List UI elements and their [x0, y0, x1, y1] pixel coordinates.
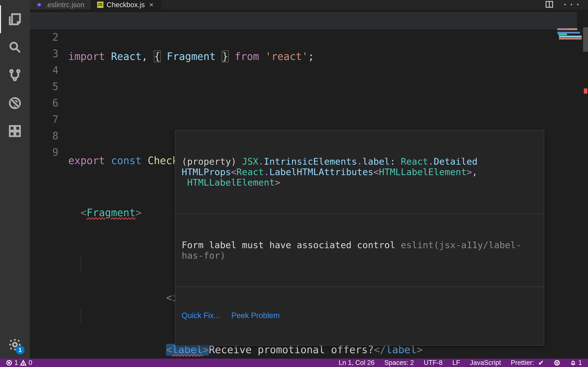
peek-problem-link[interactable]: Peek Problem: [231, 311, 280, 320]
line-number: 1: [30, 13, 68, 29]
js-icon: JS: [97, 1, 104, 8]
line-number: 9: [30, 144, 68, 160]
code-line: [68, 100, 588, 117]
settings-gear-icon[interactable]: 1: [0, 331, 30, 359]
tab-checkbox-js[interactable]: JS Checkbox.js ×: [91, 0, 161, 9]
status-prettier[interactable]: Prettier: ✔: [509, 359, 546, 367]
bell-icon: [570, 360, 576, 366]
svg-rect-8: [15, 132, 20, 136]
debug-disabled-icon[interactable]: [0, 89, 30, 117]
tab-label: Checkbox.js: [107, 1, 145, 9]
eslint-icon: [36, 1, 42, 8]
editor-tab-bar: .eslintrc.json JS Checkbox.js × ···: [30, 0, 588, 9]
line-number: 7: [30, 111, 68, 128]
search-icon[interactable]: [0, 33, 30, 61]
source-control-icon[interactable]: [0, 61, 30, 89]
line-number: 3: [30, 45, 68, 62]
svg-point-1: [10, 70, 13, 72]
status-feedback[interactable]: [552, 360, 562, 366]
hover-actions: Quick Fix... Peek Problem: [175, 308, 544, 324]
status-problems[interactable]: 1 0: [4, 359, 34, 367]
warning-icon: [20, 360, 26, 366]
close-icon[interactable]: ×: [148, 1, 155, 9]
status-notifications[interactable]: 1: [568, 359, 584, 367]
hover-type-info: (property) JSX.IntrinsicElements.label: …: [175, 151, 544, 192]
smiley-icon: [554, 360, 560, 366]
explorer-icon[interactable]: [0, 5, 30, 33]
quick-fix-link[interactable]: Quick Fix...: [182, 311, 220, 320]
line-number: 6: [30, 95, 68, 111]
code-line: import React, { Fragment } from 'react';: [68, 48, 588, 65]
status-encoding[interactable]: UTF-8: [422, 359, 444, 367]
svg-rect-7: [10, 132, 14, 136]
svg-point-17: [556, 362, 556, 362]
status-eol[interactable]: LF: [451, 359, 462, 367]
svg-rect-9: [15, 126, 20, 131]
settings-badge: 1: [16, 346, 25, 354]
line-number: 8: [30, 128, 68, 144]
code-content: import React, { Fragment } from 'react';…: [68, 9, 588, 359]
svg-point-5: [15, 106, 15, 106]
hover-widget: (property) JSX.IntrinsicElements.label: …: [175, 130, 544, 346]
hover-problem-message: Form label must have associated control …: [175, 235, 544, 266]
code-editor[interactable]: 1 2 3 4 5 6 7 8 9 import React, { Fragme…: [30, 9, 588, 359]
status-indentation[interactable]: Spaces: 2: [382, 359, 416, 367]
tab-eslintrc[interactable]: .eslintrc.json: [30, 0, 91, 9]
overview-ruler[interactable]: [583, 27, 588, 359]
line-number-gutter: 1 2 3 4 5 6 7 8 9: [30, 9, 68, 359]
line-number: 4: [30, 62, 68, 78]
split-editor-icon[interactable]: [545, 0, 554, 9]
status-language-mode[interactable]: JavaScript: [468, 359, 503, 367]
svg-point-15: [23, 364, 24, 365]
status-cursor-position[interactable]: Ln 1, Col 26: [337, 359, 376, 367]
status-bar: 1 0 Ln 1, Col 26 Spaces: 2 UTF-8 LF Java…: [0, 359, 588, 367]
svg-point-18: [558, 362, 558, 362]
line-number: 5: [30, 78, 68, 95]
svg-point-2: [17, 70, 19, 72]
activity-bar: 1: [0, 0, 30, 359]
tab-label: .eslintrc.json: [45, 1, 84, 9]
svg-point-0: [10, 43, 17, 50]
error-icon: [6, 360, 12, 366]
editor-actions: ···: [545, 0, 588, 9]
svg-point-10: [13, 342, 17, 347]
extensions-icon[interactable]: [0, 117, 30, 145]
line-number: 2: [30, 29, 68, 45]
svg-rect-6: [10, 126, 14, 131]
svg-point-16: [554, 360, 559, 365]
